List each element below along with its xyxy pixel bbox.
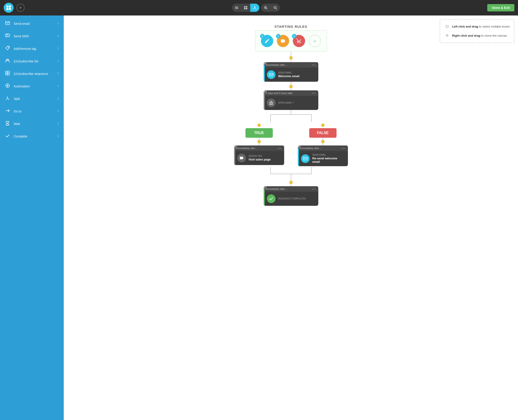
merge-dot xyxy=(289,181,293,184)
node-text-5: ASSIGN TAG Visit sales page xyxy=(249,155,271,161)
send-email-icon xyxy=(5,21,10,27)
branch-lines-svg xyxy=(250,110,332,124)
node-options-3[interactable]: ••• xyxy=(312,64,316,66)
left-click-hint: Left click and drag to select multiple b… xyxy=(452,24,510,29)
svg-rect-33 xyxy=(8,73,10,75)
true-connector-2 xyxy=(259,143,259,145)
drag-handle-unsubscribe-list[interactable] xyxy=(57,60,59,63)
drag-handle-complete[interactable] xyxy=(57,135,59,138)
svg-point-27 xyxy=(8,47,9,48)
sidebar-item-wait[interactable]: Wait xyxy=(0,118,64,130)
node-options-6[interactable]: ••• xyxy=(342,147,346,150)
sidebar-label-add-remove-tag: Add/remove tag xyxy=(14,47,54,51)
node-header-6: Immediately after ... ••• xyxy=(298,145,348,151)
connector-dot-2 xyxy=(289,85,293,88)
drag-handle-split[interactable] xyxy=(57,97,59,100)
drag-handle-send-email[interactable] xyxy=(57,22,59,25)
start-icon-tag[interactable]: 1 xyxy=(277,35,289,47)
sidebar-label-unsubscribe-list: (Un)subscribe list xyxy=(14,60,54,63)
node-text-6: SEND EMAIL Re-send welcome email xyxy=(312,154,345,164)
false-button[interactable]: FALSE xyxy=(309,128,337,138)
flow-node-6[interactable]: 6 Immediately after ... ••• xyxy=(298,145,348,166)
right-click-icon: ✛ xyxy=(444,32,450,39)
svg-point-35 xyxy=(7,85,8,86)
connector-line-1 xyxy=(291,52,291,56)
add-button[interactable]: + xyxy=(16,4,25,12)
sidebar-label-split: Split xyxy=(14,97,54,101)
flow-node-5[interactable]: 5 Immediately after ... ••• xyxy=(234,145,284,165)
branch-true-false-row: TRUE 5 xyxy=(234,124,348,166)
zoom-controls xyxy=(261,4,280,12)
done-exit-button[interactable]: Done & Exit xyxy=(487,4,514,11)
drag-handle-automation[interactable] xyxy=(57,85,59,88)
node-wrapper-4: 4 1 days and 0 hours later ••• xyxy=(264,90,318,110)
merge-lines-svg xyxy=(250,167,332,181)
node-body-6: SEND EMAIL Re-send welcome email xyxy=(298,151,348,166)
drag-handle-send-sms[interactable] xyxy=(57,35,59,38)
svg-line-17 xyxy=(266,8,267,9)
logo-icon xyxy=(4,3,14,13)
go-to-icon xyxy=(5,108,10,114)
true-button[interactable]: TRUE xyxy=(246,128,273,138)
sidebar-item-send-sms[interactable]: Send SMS xyxy=(0,30,64,42)
drag-handle-wait[interactable] xyxy=(57,122,59,125)
false-branch: FALSE 6 xyxy=(298,124,348,166)
topbar: + xyxy=(0,0,518,15)
sidebar-item-add-remove-tag[interactable]: Add/remove tag xyxy=(0,42,64,55)
list-view-button[interactable] xyxy=(232,4,241,12)
sidebar-item-send-email[interactable]: Send email xyxy=(0,17,64,30)
canvas-area[interactable]: ⊡ Left click and drag to select multiple… xyxy=(64,15,518,420)
false-dot xyxy=(321,124,324,127)
flow-node-4[interactable]: 4 1 days and 0 hours later ••• xyxy=(264,90,318,110)
zoom-in-button[interactable] xyxy=(261,4,270,12)
svg-rect-8 xyxy=(246,6,247,8)
node-wrapper-3: 3 Immediately after ... ••• xyxy=(264,62,318,82)
sidebar-label-complete: Complete xyxy=(14,135,54,138)
node-icon-6 xyxy=(301,154,310,163)
left-click-icon: ⊡ xyxy=(444,23,450,30)
flow-node-3[interactable]: 3 Immediately after ... ••• xyxy=(264,62,318,82)
node-icon-7 xyxy=(267,195,276,203)
svg-rect-10 xyxy=(246,8,247,9)
svg-rect-7 xyxy=(244,6,246,8)
grid-view-button[interactable] xyxy=(241,4,250,12)
add-start-rule-button[interactable]: + xyxy=(309,35,321,47)
automation-icon xyxy=(5,83,10,89)
node-wrapper-7: 7 Immediately after ... ••• xyxy=(264,186,318,206)
node-icon-4 xyxy=(267,98,276,107)
flow-view-button[interactable] xyxy=(250,4,259,12)
sidebar-item-automation[interactable]: Automation xyxy=(0,80,64,92)
connector-dot-1 xyxy=(289,56,293,60)
start-icon-edit[interactable]: 1 xyxy=(261,35,273,47)
svg-line-42 xyxy=(8,98,9,100)
svg-rect-0 xyxy=(6,6,8,8)
node-body-3: SEND EMAIL Welcome email xyxy=(264,68,318,82)
view-toggle-group xyxy=(232,4,259,12)
flow-node-7[interactable]: 7 Immediately after ... ••• xyxy=(264,186,318,206)
node-options-5[interactable]: ••• xyxy=(278,147,282,150)
svg-rect-4 xyxy=(235,7,238,7)
svg-rect-30 xyxy=(6,71,7,73)
svg-rect-1 xyxy=(9,6,11,8)
sidebar-item-unsubscribe-list[interactable]: (Un)subscribe list xyxy=(0,55,64,68)
node-header-7: Immediately after ... ••• xyxy=(264,186,318,192)
drag-handle-unsubscribe-sequence[interactable] xyxy=(57,72,59,75)
svg-rect-61 xyxy=(303,157,307,160)
svg-point-29 xyxy=(8,59,9,60)
sidebar-item-go-to[interactable]: Go to xyxy=(0,105,64,118)
node-options-7[interactable]: ••• xyxy=(312,188,316,190)
drag-handle-go-to[interactable] xyxy=(57,110,59,113)
send-sms-icon xyxy=(5,33,10,39)
starting-rules-box[interactable]: 1 1 xyxy=(255,30,327,52)
hint-box: ⊡ Left click and drag to select multiple… xyxy=(440,19,514,43)
sidebar-item-unsubscribe-sequence[interactable]: (Un)subscribe sequence xyxy=(0,68,64,80)
sidebar-item-split[interactable]: Split xyxy=(0,92,64,105)
start-icon-cart[interactable]: 1 xyxy=(293,35,305,47)
drag-handle-add-remove-tag[interactable] xyxy=(57,47,59,50)
sidebar-item-complete[interactable]: Complete xyxy=(0,130,64,142)
svg-point-11 xyxy=(254,6,255,7)
svg-line-15 xyxy=(255,7,255,8)
true-connector-1 xyxy=(259,138,259,140)
node-options-4[interactable]: ••• xyxy=(312,92,316,94)
zoom-out-button[interactable] xyxy=(271,4,280,12)
